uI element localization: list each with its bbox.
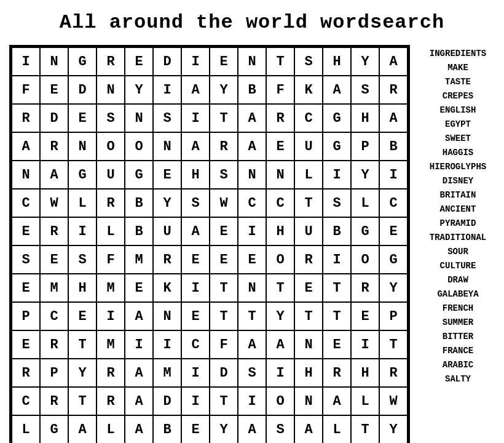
grid-cell: I [379, 161, 408, 189]
grid-cell: P [40, 359, 68, 387]
grid-cell: I [323, 245, 351, 274]
grid-cell: R [40, 387, 68, 415]
grid-cell: T [210, 274, 238, 302]
grid-cell: U [294, 217, 323, 245]
grid-cell: W [379, 387, 408, 415]
grid-cell: C [266, 189, 294, 217]
grid-cell: Y [351, 47, 379, 76]
grid-cell: T [210, 302, 238, 330]
grid-cell: R [12, 359, 40, 387]
grid-cell: I [12, 47, 40, 76]
grid-cell: A [379, 47, 408, 76]
grid-cell: E [379, 217, 408, 245]
grid-cell: A [238, 415, 266, 443]
grid-cell: W [40, 189, 68, 217]
grid-cell: D [153, 47, 181, 76]
grid-cell: E [210, 217, 238, 245]
grid-cell: S [12, 245, 40, 274]
grid-cell: T [351, 415, 379, 443]
word-item: FRENCH [443, 302, 473, 315]
grid-cell: S [210, 161, 238, 189]
grid-cell: T [210, 387, 238, 415]
grid-cell: S [294, 47, 323, 76]
grid-cell: T [294, 302, 323, 330]
grid-cell: I [153, 330, 181, 359]
grid-cell: B [125, 189, 153, 217]
grid-cell: F [96, 245, 125, 274]
grid-cell: R [12, 104, 40, 132]
grid-cell: O [96, 132, 125, 161]
grid-cell: I [238, 217, 266, 245]
grid-cell: G [323, 104, 351, 132]
grid-cell: E [12, 274, 40, 302]
grid-cell: O [125, 132, 153, 161]
grid-cell: A [238, 104, 266, 132]
grid-cell: Y [351, 161, 379, 189]
grid-cell: R [40, 330, 68, 359]
word-item: SWEET [445, 132, 471, 145]
grid-cell: E [351, 302, 379, 330]
grid-cell: E [323, 330, 351, 359]
word-item: TASTE [445, 76, 471, 89]
grid-cell: E [181, 245, 210, 274]
grid-cell: E [181, 302, 210, 330]
grid-cell: S [68, 245, 96, 274]
word-item: ANCIENT [440, 203, 476, 216]
word-grid: INGREDIENTSHYAFEDNYIAYBFKASRRDESNSITARCG… [9, 45, 410, 443]
grid-cell: L [351, 387, 379, 415]
grid-cell: Y [68, 359, 96, 387]
grid-cell: G [125, 161, 153, 189]
grid-cell: I [181, 274, 210, 302]
grid-cell: Y [125, 76, 153, 104]
grid-cell: G [68, 47, 96, 76]
grid-cell: T [323, 302, 351, 330]
grid-cell: W [210, 189, 238, 217]
grid-cell: F [266, 76, 294, 104]
word-item: SUMMER [443, 316, 473, 329]
grid-cell: R [96, 47, 125, 76]
grid-cell: U [96, 161, 125, 189]
grid-cell: T [294, 189, 323, 217]
grid-cell: I [181, 387, 210, 415]
word-list: INGREDIENTSMAKETASTECREPESENGLISHEGYPTSW… [421, 45, 495, 386]
grid-cell: N [294, 330, 323, 359]
grid-cell: R [40, 132, 68, 161]
grid-cell: Y [210, 415, 238, 443]
grid-cell: U [153, 217, 181, 245]
grid-cell: P [351, 132, 379, 161]
grid-cell: O [351, 245, 379, 274]
grid-cell: S [266, 415, 294, 443]
grid-cell: A [125, 387, 153, 415]
grid-cell: S [351, 76, 379, 104]
word-item: BRITAIN [440, 189, 476, 202]
grid-cell: R [379, 359, 408, 387]
grid-cell: Y [379, 415, 408, 443]
grid-cell: H [351, 104, 379, 132]
word-item: MAKE [447, 62, 468, 74]
grid-cell: D [68, 76, 96, 104]
grid-cell: D [210, 359, 238, 387]
grid-cell: C [238, 189, 266, 217]
grid-cell: T [323, 274, 351, 302]
grid-cell: M [40, 274, 68, 302]
grid-cell: L [96, 217, 125, 245]
grid-cell: B [379, 132, 408, 161]
grid-cell: Y [153, 189, 181, 217]
grid-cell: C [181, 330, 210, 359]
grid-cell: S [153, 104, 181, 132]
grid-cell: S [238, 359, 266, 387]
grid-cell: E [12, 217, 40, 245]
word-item: SOUR [447, 245, 468, 258]
grid-cell: U [294, 132, 323, 161]
grid-cell: E [125, 274, 153, 302]
grid-cell: E [210, 47, 238, 76]
grid-cell: B [153, 415, 181, 443]
grid-cell: T [266, 47, 294, 76]
grid-cell: H [181, 161, 210, 189]
grid-cell: N [68, 132, 96, 161]
grid-cell: E [181, 415, 210, 443]
grid-cell: I [68, 217, 96, 245]
word-item: HAGGIS [443, 146, 473, 159]
grid-cell: G [68, 161, 96, 189]
grid-cell: H [68, 274, 96, 302]
